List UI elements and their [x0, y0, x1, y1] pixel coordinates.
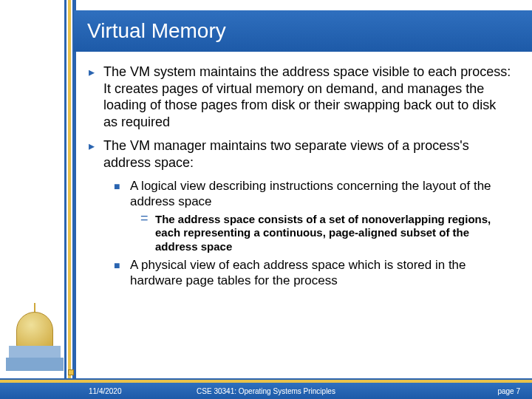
rail-line-blue-thick [72, 0, 76, 399]
slide: Virtual Memory ▸ The VM system maintains… [0, 0, 532, 399]
square-bullet-icon: ■ [114, 178, 130, 210]
bullet-marker-icon: ▸ [89, 64, 103, 130]
footer-bar: 11/4/2020 CSE 30341: Operating Systems P… [0, 383, 532, 399]
square-bullet-icon: ■ [114, 257, 130, 289]
footer-course: CSE 30341: Operating Systems Principles [0, 387, 532, 395]
footer-date: 11/4/2020 [89, 387, 122, 395]
gold-square-icon [68, 369, 74, 375]
dome [16, 312, 53, 349]
bullet-marker-icon: ▸ [89, 137, 103, 171]
bullet-text: The VM manager maintains two separate vi… [103, 137, 511, 171]
dome-base-upper [9, 346, 61, 358]
bullet-level2: ■ A physical view of each address space … [114, 257, 511, 289]
bullet-text: A physical view of each address space wh… [130, 257, 511, 289]
rail-line-gold [68, 0, 71, 399]
bullet-level1: ▸ The VM manager maintains two separate … [89, 137, 511, 171]
title-bar: Virtual Memory [74, 10, 532, 52]
dome-emblem-icon [6, 306, 64, 374]
bullet-level3: = The address space consists of a set of… [140, 213, 511, 254]
bullet-text: The address space consists of a set of n… [155, 213, 511, 254]
dome-base-lower [6, 358, 64, 371]
footer-page: page 7 [497, 387, 520, 395]
bullet-level1: ▸ The VM system maintains the address sp… [89, 64, 511, 130]
bullet-text: A logical view describing instructions c… [130, 178, 511, 210]
bullet-text: The VM system maintains the address spac… [103, 64, 511, 130]
slide-title: Virtual Memory [87, 19, 226, 43]
bullet-level2: ■ A logical view describing instructions… [114, 178, 511, 210]
slide-body: ▸ The VM system maintains the address sp… [89, 64, 511, 369]
equals-bullet-icon: = [140, 213, 155, 254]
rail-line-blue-thin [64, 0, 66, 399]
